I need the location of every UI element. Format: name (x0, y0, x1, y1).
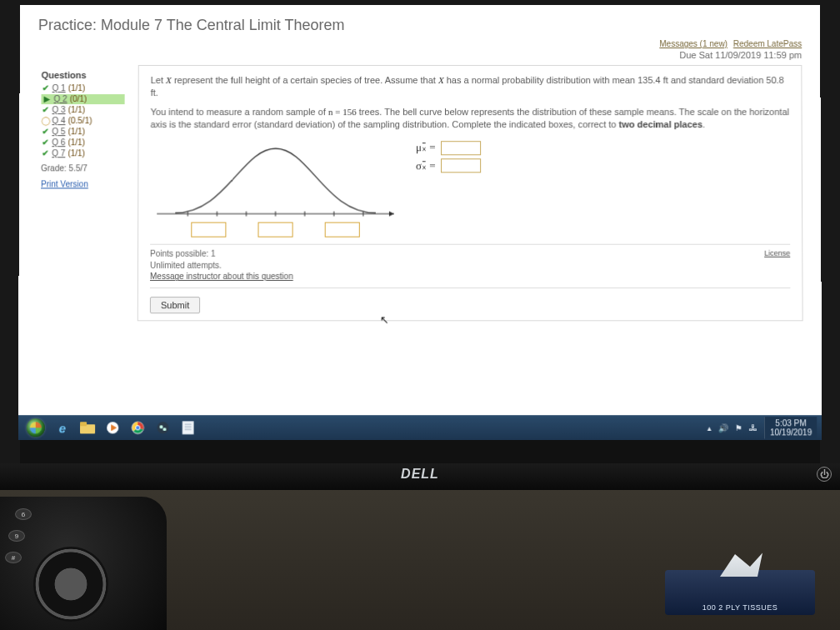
tray-chevron-icon[interactable]: ▴ (708, 423, 712, 432)
points-possible: Points possible: 1 (150, 248, 293, 260)
check-icon: ✔ (41, 105, 49, 115)
submit-button[interactable]: Submit (150, 297, 201, 313)
svg-point-17 (157, 422, 168, 433)
text: Let (151, 75, 166, 85)
axis-input-left[interactable] (191, 222, 226, 238)
svg-point-19 (163, 428, 167, 431)
system-tray[interactable]: ▴ 🔊 ⚑ 🖧 5:03 PM 10/19/2019 (708, 417, 818, 438)
redeem-latepass-link[interactable]: Redeem LatePass (733, 39, 802, 48)
q-score: (1/1) (68, 148, 85, 158)
notepad-icon[interactable] (178, 418, 199, 437)
desk-area: 6 9 # 100 2 PLY TISSUES (0, 490, 840, 630)
clock-date: 10/19/2019 (770, 428, 812, 437)
svg-rect-20 (182, 421, 194, 434)
questions-sidebar: Questions ✔ Q 1 (1/1) ▶ Q 2 (0/1) ✔ Q 3 (37, 65, 128, 321)
question-paragraph-1: Let X represent the full height of a cer… (151, 74, 790, 99)
q-score: (1/1) (68, 127, 85, 137)
due-date: Due Sat 11/09/2019 11:59 pm (38, 50, 802, 60)
q-score: (1/1) (68, 105, 86, 115)
q-score: (1/1) (68, 83, 86, 93)
svg-rect-10 (80, 422, 87, 426)
tissue-box: 100 2 PLY TISSUES (665, 570, 815, 615)
sigma-label: σₓ̄ = (416, 158, 436, 173)
check-icon: ✔ (41, 148, 49, 158)
text: You intend to measure a random sample of (151, 107, 328, 117)
media-player-icon[interactable] (102, 418, 123, 437)
print-version-link[interactable]: Print Version (41, 179, 124, 188)
q-label: Q 3 (52, 105, 65, 115)
svg-marker-1 (389, 212, 394, 217)
q-label: Q 2 (54, 94, 68, 104)
page-title: Practice: Module 7 The Central Limit The… (38, 17, 802, 34)
check-icon: ✔ (41, 138, 49, 148)
sidebar-item-q5[interactable]: ✔ Q 5 (1/1) (41, 127, 124, 137)
q-score: (1/1) (68, 138, 85, 148)
grade-text: Grade: 5.5/7 (41, 163, 124, 172)
chrome-icon[interactable] (127, 418, 148, 437)
dell-logo: DELL (401, 467, 439, 481)
explorer-icon[interactable] (77, 418, 98, 437)
q-label: Q 1 (52, 83, 66, 93)
text: . (702, 119, 705, 129)
question-panel: Let X represent the full height of a cer… (138, 65, 803, 321)
sidebar-item-q2[interactable]: ▶ Q 2 (0/1) (41, 94, 124, 104)
question-meta: Points possible: 1 Unlimited attempts. M… (150, 244, 790, 288)
math-var: X (438, 75, 444, 85)
svg-point-18 (159, 425, 162, 428)
q-score: (0/1) (70, 94, 88, 104)
clock-time: 5:03 PM (770, 418, 812, 428)
play-icon: ▶ (42, 94, 51, 104)
license-link[interactable]: License (764, 248, 790, 282)
messages-link[interactable]: Messages (1 new) (659, 39, 728, 48)
mu-input[interactable] (441, 141, 481, 155)
bell-curve (150, 138, 401, 238)
sidebar-item-q6[interactable]: ✔ Q 6 (1/1) (41, 138, 124, 148)
app-icon[interactable] (152, 418, 173, 437)
q-score: (0.5/1) (68, 116, 92, 126)
taskbar-clock[interactable]: 5:03 PM 10/19/2019 (764, 417, 817, 438)
mu-label: μₓ̄ = (416, 141, 436, 156)
cursor-icon: ↖ (380, 312, 389, 328)
partial-icon: ◯ (41, 116, 49, 126)
header-links: Messages (1 new) Redeem LatePass (38, 39, 802, 48)
desk-phone: 6 9 # (0, 497, 167, 630)
volume-icon[interactable]: 🔊 (718, 423, 728, 432)
sidebar-item-q7[interactable]: ✔ Q 7 (1/1) (41, 148, 124, 158)
q-label: Q 4 (52, 116, 65, 126)
network-icon[interactable]: 🖧 (749, 423, 758, 432)
question-paragraph-2: You intend to measure a random sample of… (151, 106, 790, 131)
math-eq: n = 156 (328, 107, 357, 117)
q-label: Q 5 (52, 127, 65, 137)
sidebar-item-q3[interactable]: ✔ Q 3 (1/1) (41, 105, 124, 115)
attempts-text: Unlimited attempts. (150, 260, 293, 272)
monitor-bezel: DELL (0, 463, 840, 490)
text: represent the full height of a certain s… (172, 75, 438, 85)
message-instructor-link[interactable]: Message instructor about this question (150, 272, 293, 281)
figure-row: μₓ̄ = σₓ̄ = (150, 138, 790, 238)
sidebar-item-q1[interactable]: ✔ Q 1 (1/1) (42, 83, 125, 93)
windows-taskbar[interactable]: e ▴ 🔊 ⚑ 🖧 5:03 PM (18, 415, 822, 440)
ie-icon[interactable]: e (52, 418, 73, 437)
check-icon: ✔ (41, 127, 49, 137)
q-label: Q 6 (52, 138, 65, 148)
check-icon: ✔ (42, 83, 50, 93)
sidebar-heading: Questions (42, 70, 125, 80)
sidebar-item-q4[interactable]: ◯ Q 4 (0.5/1) (41, 116, 124, 126)
q-label: Q 7 (52, 148, 65, 158)
axis-input-right[interactable] (325, 222, 360, 238)
start-button[interactable] (23, 415, 48, 440)
flag-icon[interactable]: ⚑ (735, 423, 742, 432)
power-icon: ⏻ (817, 467, 832, 482)
text-bold: two decimal places (619, 119, 702, 129)
axis-input-center[interactable] (258, 222, 292, 238)
parameter-inputs: μₓ̄ = σₓ̄ = (416, 138, 481, 177)
sigma-input[interactable] (441, 158, 481, 172)
